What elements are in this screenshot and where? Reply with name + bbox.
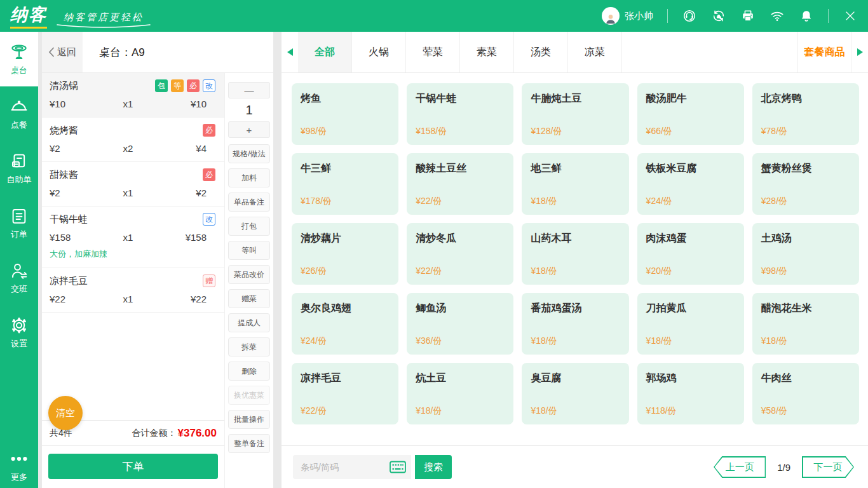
dish-card[interactable]: 醋泡花生米¥18/份 xyxy=(752,293,859,355)
action-spec-method-button[interactable]: 规格/做法 xyxy=(228,144,270,163)
order-item-price: ¥10 xyxy=(50,98,109,109)
dish-card[interactable]: 铁板米豆腐¥24/份 xyxy=(637,153,744,215)
order-item[interactable]: 干锅牛蛙 改 ¥158 x1 ¥158 大份，加麻加辣 xyxy=(42,207,224,268)
action-gift-dish-button[interactable]: 赠菜 xyxy=(228,289,270,308)
order-item[interactable]: 甜辣酱 必 ¥2 x1 ¥2 xyxy=(42,162,224,207)
dish-price: ¥24/份 xyxy=(646,196,735,207)
dish-price: ¥36/份 xyxy=(416,336,505,347)
dish-card[interactable]: 郭场鸡¥118/份 xyxy=(637,363,744,424)
order-item-qty: x1 xyxy=(109,98,147,109)
next-page-button[interactable]: 下一页 xyxy=(802,456,854,478)
dish-price: ¥66/份 xyxy=(646,126,735,137)
dish-card[interactable]: 凉拌毛豆¥22/份 xyxy=(292,363,398,424)
close-icon[interactable] xyxy=(843,8,858,24)
dish-card[interactable]: 酸辣土豆丝¥22/份 xyxy=(407,153,513,215)
tabs-scroll-right-button[interactable] xyxy=(851,32,868,72)
dish-card[interactable]: 蟹黄粉丝煲¥28/份 xyxy=(752,153,859,215)
order-item[interactable]: 烧烤酱 必 ¥2 x2 ¥4 xyxy=(42,118,224,162)
dish-card[interactable]: 清炒藕片¥26/份 xyxy=(292,223,398,285)
action-change-price-button[interactable]: 菜品改价 xyxy=(228,265,270,284)
bell-icon[interactable] xyxy=(799,8,814,24)
keyboard-icon[interactable] xyxy=(390,461,406,473)
cloud-sync-icon[interactable] xyxy=(711,8,726,24)
dish-price: ¥22/份 xyxy=(416,266,505,277)
barcode-search-input[interactable] xyxy=(301,462,390,472)
order-item[interactable]: 清汤锅 包 等 必 改 ¥10 x1 xyxy=(42,73,224,118)
dish-card[interactable]: 土鸡汤¥98/份 xyxy=(752,223,859,285)
action-commission-button[interactable]: 提成人 xyxy=(228,313,270,332)
clear-order-button[interactable]: 清空 xyxy=(48,396,83,430)
dish-card[interactable]: 清炒冬瓜¥22/份 xyxy=(407,223,513,285)
tab-soup[interactable]: 汤类 xyxy=(514,32,568,72)
dish-price: ¥20/份 xyxy=(646,266,735,277)
tab-all[interactable]: 全部 xyxy=(298,32,352,72)
qty-plus-button[interactable]: + xyxy=(228,121,270,138)
action-whole-order-remark-button[interactable]: 整单备注 xyxy=(228,434,270,453)
tab-meat[interactable]: 荤菜 xyxy=(406,32,460,72)
dish-name: 酸辣土豆丝 xyxy=(416,162,505,175)
dish-price: ¥78/份 xyxy=(761,126,850,137)
submit-order-button[interactable]: 下单 xyxy=(48,454,218,479)
sidebar-item-settings[interactable]: 设置 xyxy=(0,305,38,360)
quantity-stepper: — 1 + xyxy=(228,82,270,138)
dish-card[interactable]: 干锅牛蛙¥158/份 xyxy=(407,83,513,145)
tabs-scroll-left-button[interactable] xyxy=(281,32,298,72)
dish-card[interactable]: 地三鲜¥18/份 xyxy=(522,153,628,215)
dish-card[interactable]: 刀拍黄瓜¥18/份 xyxy=(637,293,744,355)
action-delete-button[interactable]: 删除 xyxy=(228,362,270,381)
dish-card[interactable]: 烤鱼¥98/份 xyxy=(292,83,398,145)
dish-card[interactable]: 肉沫鸡蛋¥20/份 xyxy=(637,223,744,285)
tab-label: 素菜 xyxy=(477,46,497,59)
dish-price: ¥158/份 xyxy=(416,126,505,137)
dish-card[interactable]: 牛三鲜¥178/份 xyxy=(292,153,398,215)
user-account[interactable]: 张小帅 xyxy=(602,7,653,25)
sidebar-item-label: 桌台 xyxy=(11,65,27,76)
sidebar-item-self-order[interactable]: 自助单 xyxy=(0,141,38,196)
qty-value[interactable]: 1 xyxy=(228,98,270,121)
support-headset-icon[interactable] xyxy=(682,8,697,24)
dish-name: 酸汤肥牛 xyxy=(646,92,735,105)
dish-card[interactable]: 牛腩炖土豆¥128/份 xyxy=(522,83,628,145)
order-item-price: ¥158 xyxy=(50,232,109,243)
badge-required: 必 xyxy=(187,79,200,92)
dish-card[interactable]: 酸汤肥牛¥66/份 xyxy=(637,83,744,145)
dish-card[interactable]: 北京烤鸭¥78/份 xyxy=(752,83,859,145)
sidebar-item-more[interactable]: 更多 xyxy=(0,444,38,488)
table-title: 桌台：A9 xyxy=(99,45,145,60)
tab-cold[interactable]: 凉菜 xyxy=(568,32,622,72)
sidebar-item-shift[interactable]: 交班 xyxy=(0,250,38,305)
action-batch-operation-button[interactable]: 批量操作 xyxy=(228,410,270,429)
prev-page-button[interactable]: 上一页 xyxy=(714,456,766,478)
back-button[interactable]: 返回 xyxy=(42,32,83,72)
dish-card[interactable]: 番茄鸡蛋汤¥18/份 xyxy=(522,293,628,355)
dish-grid: 烤鱼¥98/份 干锅牛蛙¥158/份 牛腩炖土豆¥128/份 酸汤肥牛¥66/份… xyxy=(281,73,868,446)
action-swap-discount-dish-button[interactable]: 换优惠菜 xyxy=(228,386,270,405)
triangle-right-icon xyxy=(857,48,864,57)
printer-icon[interactable] xyxy=(740,8,756,24)
sidebar-item-orders[interactable]: 订单 xyxy=(0,196,38,250)
action-wait-call-button[interactable]: 等叫 xyxy=(228,241,270,260)
dish-card[interactable]: 鲫鱼汤¥36/份 xyxy=(407,293,513,355)
order-item-amount: ¥158 xyxy=(147,232,216,243)
dish-card[interactable]: 臭豆腐¥18/份 xyxy=(522,363,628,424)
avatar xyxy=(602,7,620,25)
action-takeaway-button[interactable]: 打包 xyxy=(228,217,270,236)
sidebar-item-label: 自助单 xyxy=(7,174,32,186)
sidebar-item-order-food[interactable]: 点餐 xyxy=(0,86,38,141)
action-item-remark-button[interactable]: 单品备注 xyxy=(228,193,270,212)
tab-vegetable[interactable]: 素菜 xyxy=(460,32,514,72)
search-button[interactable]: 搜索 xyxy=(415,455,452,479)
order-item-price: ¥2 xyxy=(50,187,109,198)
action-add-ingredient-button[interactable]: 加料 xyxy=(228,168,270,187)
tab-combo-products[interactable]: 套餐商品 xyxy=(797,32,851,72)
sidebar-item-tables[interactable]: 桌台 xyxy=(0,32,38,86)
qty-minus-button[interactable]: — xyxy=(228,82,270,98)
dish-card[interactable]: 牛肉丝¥58/份 xyxy=(752,363,859,424)
action-split-dish-button[interactable]: 拆菜 xyxy=(228,337,270,356)
dish-card[interactable]: 炕土豆¥18/份 xyxy=(407,363,513,424)
wifi-icon[interactable] xyxy=(770,8,785,24)
order-item[interactable]: 凉拌毛豆 赠 ¥22 x1 ¥22 xyxy=(42,268,224,313)
dish-card[interactable]: 奥尔良鸡翅¥24/份 xyxy=(292,293,398,355)
dish-card[interactable]: 山药木耳¥18/份 xyxy=(522,223,628,285)
tab-hotpot[interactable]: 火锅 xyxy=(352,32,406,72)
